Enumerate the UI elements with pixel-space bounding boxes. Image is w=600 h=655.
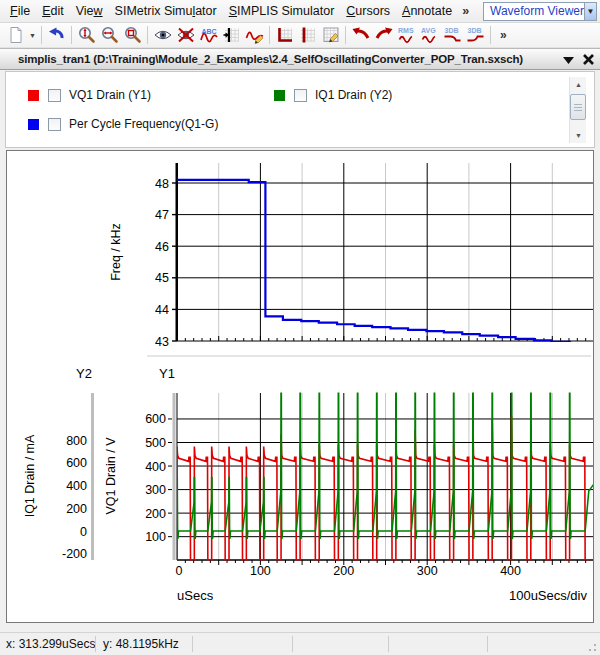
cursor-x-readout: x: 313.299uSecs (6, 637, 95, 651)
move-axis-button[interactable] (220, 24, 243, 46)
svg-text:44: 44 (155, 303, 169, 317)
zoom-x-button[interactable] (98, 24, 121, 46)
delete-curve-button[interactable] (243, 24, 266, 46)
toolbar-separator (147, 26, 148, 44)
new-graph-dropdown-icon[interactable]: ▼ (27, 24, 38, 46)
scroll-down-icon[interactable]: ▼ (570, 128, 587, 143)
curve-next-icon (377, 28, 393, 39)
legend-panel: ▲ ▼ VQ1 Drain (Y1)IQ1 Drain (Y2)Per Cycl… (5, 71, 595, 148)
resize-grip[interactable] (585, 640, 598, 653)
chevron-down-icon[interactable]: ▼ (584, 3, 596, 20)
graph-window-title: simplis_tran1 (D:\Training\Module_2_Exam… (0, 53, 560, 65)
rms-button[interactable]: RMS (395, 24, 418, 46)
curve-label: IQ1 Drain (Y2) (315, 88, 392, 102)
3db-down-button[interactable]: 3DB (441, 24, 464, 46)
grid-edit-button[interactable] (319, 24, 342, 46)
status-separator (487, 636, 488, 652)
svg-text:3DB: 3DB (444, 27, 458, 34)
toolbar-overflow-chevron[interactable]: » (500, 28, 507, 42)
status-separator (292, 636, 293, 652)
status-separator (388, 636, 389, 652)
close-graph-button[interactable] (580, 52, 597, 67)
undo-button[interactable] (45, 24, 68, 46)
hide-curve-button[interactable] (174, 24, 197, 46)
svg-text:ABC: ABC (201, 28, 216, 35)
svg-text:VQ1 Drain / V: VQ1 Drain / V (104, 437, 118, 515)
menu-bar: FileEditViewSIMetrix SimulatorSIMPLIS Si… (0, 0, 600, 23)
label-curve-button[interactable]: ABC (197, 24, 220, 46)
curve-label: Per Cycle Frequency(Q1-G) (69, 117, 218, 131)
3db-up-icon: 3DB (467, 27, 483, 41)
curve-color-swatch (28, 90, 39, 101)
curve-visibility-checkbox[interactable] (48, 118, 61, 131)
y2-axis-header: Y2 (76, 366, 92, 381)
svg-text:600: 600 (145, 412, 166, 426)
new-graph-icon (11, 28, 21, 43)
zoom-x-icon (102, 28, 116, 42)
graph-window-titlebar: simplis_tran1 (D:\Training\Module_2_Exam… (0, 48, 600, 70)
status-bar: x: 313.299uSecsy: 48.1195kHz (0, 632, 600, 655)
toolbar-separator (71, 26, 72, 44)
viewer-select-value: Waveform Viewer (484, 4, 584, 18)
svg-text:45: 45 (155, 271, 169, 285)
new-graph-button[interactable] (4, 24, 27, 46)
svg-text:RMS: RMS (398, 27, 414, 34)
toolbar-separator (41, 26, 42, 44)
curve-visibility-checkbox[interactable] (48, 89, 61, 102)
scroll-up-icon[interactable]: ▲ (570, 77, 587, 92)
show-curve-icon (155, 31, 171, 39)
toolbar-separator (269, 26, 270, 44)
rms-icon: RMS (398, 27, 414, 43)
menu-simetrix-simulator[interactable]: SIMetrix Simulator (109, 2, 223, 20)
curve-label: VQ1 Drain (Y1) (69, 88, 151, 102)
curve-next-button[interactable] (372, 24, 395, 46)
svg-text:Freq / kHz: Freq / kHz (109, 223, 123, 281)
grid-vertical-button[interactable] (296, 24, 319, 46)
svg-text:400: 400 (500, 564, 521, 578)
legend-scrollbar[interactable]: ▲ ▼ (569, 77, 586, 143)
svg-text:48: 48 (155, 177, 169, 191)
menu-file[interactable]: File (4, 2, 36, 20)
zoom-box-button[interactable] (121, 24, 144, 46)
avg-button[interactable]: AVG (418, 24, 441, 46)
zoom-y-icon (79, 28, 93, 42)
zoom-y-button[interactable] (75, 24, 98, 46)
status-separator (192, 636, 193, 652)
grid-edit-icon (324, 28, 338, 42)
menu-edit[interactable]: Edit (36, 2, 70, 20)
svg-text:300: 300 (145, 483, 166, 497)
menu-simplis-simulator[interactable]: SIMPLIS Simulator (223, 2, 341, 20)
svg-text:300: 300 (417, 564, 438, 578)
legend-item: IQ1 Drain (Y2) (274, 88, 392, 102)
menu-view[interactable]: View (70, 2, 109, 20)
menu-cursors[interactable]: Cursors (340, 2, 396, 20)
svg-text:43: 43 (155, 335, 169, 349)
grid-vertical-icon (301, 28, 315, 43)
3db-up-button[interactable]: 3DB (464, 24, 487, 46)
svg-text:200: 200 (145, 507, 166, 521)
toolbar-separator (490, 26, 491, 44)
y1-axis-header: Y1 (159, 366, 175, 381)
viewer-select[interactable]: Waveform Viewer ▼ (483, 2, 597, 21)
svg-text:100: 100 (250, 564, 271, 578)
menu-annotate[interactable]: Annotate (396, 2, 458, 20)
grid-axes-button[interactable] (273, 24, 296, 46)
graph-tab-dropdown-button[interactable] (560, 52, 577, 67)
legend-item: VQ1 Drain (Y1) (28, 88, 151, 102)
svg-text:600: 600 (66, 456, 87, 470)
show-curve-button[interactable] (151, 24, 174, 46)
scrollbar-thumb[interactable] (570, 94, 586, 120)
move-axis-icon (223, 28, 239, 42)
menu-overflow-chevron[interactable]: » (458, 4, 473, 18)
hide-curve-icon (178, 29, 194, 42)
svg-text:-200: -200 (62, 547, 87, 561)
svg-text:400: 400 (145, 460, 166, 474)
svg-text:800: 800 (66, 434, 87, 448)
curve-visibility-checkbox[interactable] (294, 89, 307, 102)
x-axis-scale: 100uSecs/div (509, 588, 588, 603)
vq1-drain-trace (177, 416, 589, 560)
svg-text:3DB: 3DB (467, 27, 481, 34)
curve-prev-button[interactable] (349, 24, 372, 46)
svg-text:47: 47 (155, 208, 169, 222)
svg-text:0: 0 (176, 564, 183, 578)
